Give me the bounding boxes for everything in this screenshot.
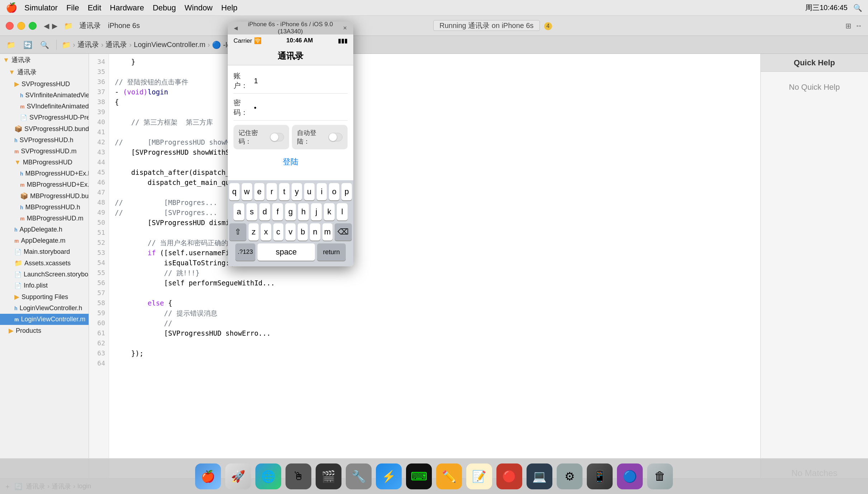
key-f[interactable]: f (272, 203, 283, 220)
minimize-button[interactable] (17, 22, 25, 30)
key-u[interactable]: u (304, 183, 315, 200)
back-button[interactable]: ◀ (44, 22, 49, 30)
key-o[interactable]: o (329, 183, 339, 200)
breadcrumb-item-3[interactable]: 通讯录 (105, 40, 127, 50)
key-v[interactable]: v (286, 223, 296, 241)
sidebar-item-appdelegate-h[interactable]: h AppDelegate.h (0, 224, 89, 235)
sidebar-item-sv-m[interactable]: m SVProgressHUD.m (0, 146, 89, 157)
key-m[interactable]: m (322, 223, 332, 241)
delete-key[interactable]: ⌫ (335, 223, 352, 241)
password-input[interactable] (251, 102, 348, 113)
key-g[interactable]: g (285, 203, 296, 220)
sidebar-item-mb[interactable]: ▼ MBProgressHUD (0, 157, 89, 168)
code-area[interactable]: 34 35 36 37 38 39 40 41 42 43 44 45 46 4… (89, 54, 760, 478)
dock-finder[interactable]: 🍎 (195, 463, 221, 489)
shift-key[interactable]: ⇧ (229, 223, 246, 241)
dock-simulator[interactable]: 📱 (587, 463, 613, 489)
ios-keyboard[interactable]: q w e r t y u i o p a s d f g h j k (228, 180, 353, 266)
code-content[interactable]: } // 登陆按钮的点击事件 - (void)login { // 第三方框架 … (109, 54, 760, 478)
key-y[interactable]: y (292, 183, 302, 200)
sidebar-item-loginvc-m[interactable]: m LoginViewController.m (0, 314, 89, 325)
sidebar-item-mb-bundle[interactable]: 📦 MBProgressHUD.bundle (0, 190, 89, 202)
search-icon[interactable]: 🔍 (38, 39, 51, 51)
refresh-icon[interactable]: 🔄 (21, 39, 34, 51)
dock-settings[interactable]: ⚙ (557, 463, 582, 489)
breadcrumb-item-1[interactable]: 📁 (62, 41, 71, 49)
key-q[interactable]: q (229, 183, 240, 200)
menu-simulator[interactable]: Simulator (24, 3, 58, 13)
key-e[interactable]: e (254, 183, 265, 200)
key-i[interactable]: i (317, 183, 327, 200)
dock-terminal[interactable]: ⌨ (406, 463, 432, 489)
sim-close[interactable]: ✕ (341, 24, 349, 32)
sidebar-item-appdelegate-m[interactable]: m AppDelegate.m (0, 235, 89, 246)
dock-safari[interactable]: 🌐 (255, 463, 281, 489)
breadcrumb-item-2[interactable]: 通讯录 (77, 40, 99, 50)
key-h[interactable]: h (298, 203, 309, 220)
dock-video[interactable]: 🎬 (316, 463, 341, 489)
folder-icon[interactable]: 📁 (4, 39, 18, 51)
menu-window[interactable]: Window (185, 3, 213, 13)
key-s[interactable]: s (246, 203, 257, 220)
key-j[interactable]: j (311, 203, 322, 220)
sidebar-item-mb-m[interactable]: m MBProgressHUD.m (0, 213, 89, 224)
numbers-key[interactable]: .?123 (235, 243, 255, 261)
sidebar-item-root[interactable]: ▼ 通讯录 (0, 54, 89, 66)
dock-app1[interactable]: 🔴 (496, 463, 522, 489)
sidebar-item-sv-indefinite-h[interactable]: h SVInfiniteAnimatedView.h (0, 90, 89, 101)
panel-toggle-left[interactable]: ⊞ (845, 22, 852, 30)
sidebar-item-mb-h[interactable]: h MBProgressHUD.h (0, 202, 89, 213)
key-w[interactable]: w (242, 183, 252, 200)
sidebar-item-mb-ex-m[interactable]: m MBProgressHUD+Ex.m (0, 179, 89, 190)
menu-help[interactable]: Help (221, 3, 237, 13)
key-l[interactable]: l (337, 203, 348, 220)
dock-launchpad[interactable]: 🚀 (225, 463, 251, 489)
dock-notes[interactable]: 📝 (466, 463, 492, 489)
menubar-search[interactable]: 🔍 (853, 4, 862, 12)
close-button[interactable] (6, 22, 14, 30)
key-k[interactable]: k (324, 203, 335, 220)
key-z[interactable]: z (249, 223, 259, 241)
space-key[interactable]: space (258, 243, 315, 261)
autologin-toggle[interactable] (329, 133, 343, 141)
dock-trash[interactable]: 🗑 (647, 463, 673, 489)
ios-content[interactable]: 账户： 密码： 记住密码： 自动登陆： (228, 65, 353, 180)
sidebar-item-tongxunlu[interactable]: ▼ 通讯录 (0, 66, 89, 78)
sidebar-item-supporting[interactable]: ▶ Supporting Files (0, 291, 89, 303)
fullscreen-button[interactable] (29, 22, 37, 30)
dock-xcode[interactable]: ⚡ (376, 463, 402, 489)
sidebar-item-infoplist[interactable]: 📄 Info.plist (0, 280, 89, 291)
dock-app2[interactable]: 💻 (527, 463, 552, 489)
key-d[interactable]: d (259, 203, 270, 220)
dock-mouse[interactable]: 🖱 (286, 463, 311, 489)
dock-app3[interactable]: 🔵 (617, 463, 643, 489)
sidebar-item-products[interactable]: ▶ Products (0, 325, 89, 336)
menu-file[interactable]: File (66, 3, 79, 13)
key-r[interactable]: r (266, 183, 277, 200)
sidebar-item-loginvc-h[interactable]: h LoginViewController.h (0, 303, 89, 314)
login-button[interactable]: 登陆 (233, 157, 348, 167)
key-x[interactable]: x (261, 223, 271, 241)
menu-hardware[interactable]: Hardware (110, 3, 144, 13)
username-input[interactable] (251, 75, 348, 87)
key-c[interactable]: c (273, 223, 283, 241)
code-editor[interactable]: 34 35 36 37 38 39 40 41 42 43 44 45 46 4… (89, 54, 760, 478)
remember-toggle[interactable] (270, 133, 284, 141)
menu-edit[interactable]: Edit (88, 3, 101, 13)
menu-debug[interactable]: Debug (153, 3, 176, 13)
dock-sketch[interactable]: ✏️ (436, 463, 462, 489)
sidebar-item-sv-h[interactable]: h SVProgressHUD.h (0, 135, 89, 146)
sidebar-item-sv-prefix[interactable]: 📄 SVProgressHUD-Prefix.pch (0, 112, 89, 123)
sidebar-item-assets[interactable]: 📁 Assets.xcassets (0, 257, 89, 269)
panel-toggle-right[interactable]: ↔ (855, 22, 862, 30)
sidebar-item-launchscreen[interactable]: 📄 LaunchScreen.storyboard (0, 269, 89, 280)
apple-menu[interactable]: 🍎 (6, 2, 17, 13)
key-b[interactable]: b (298, 223, 308, 241)
sidebar-item-svprogress[interactable]: ▶ SVProgressHUD (0, 78, 89, 90)
sidebar-item-mb-ex-h[interactable]: h MBProgressHUD+Ex.h (0, 168, 89, 179)
forward-button[interactable]: ▶ (52, 22, 57, 30)
sidebar-item-mainstoryboard[interactable]: 📄 Main.storyboard (0, 246, 89, 257)
key-n[interactable]: n (310, 223, 320, 241)
key-p[interactable]: p (341, 183, 352, 200)
key-a[interactable]: a (233, 203, 244, 220)
